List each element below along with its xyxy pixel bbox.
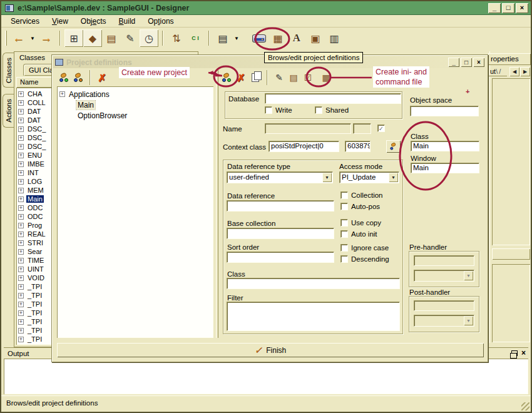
properties-splitter[interactable]: [492, 248, 530, 260]
delete-application-button[interactable]: ✗: [95, 71, 109, 84]
expand-icon[interactable]: [18, 275, 24, 281]
expand-icon[interactable]: [18, 337, 24, 342]
menu-item[interactable]: Services: [5, 16, 45, 27]
class-input[interactable]: [227, 278, 400, 289]
expand-icon[interactable]: [18, 319, 24, 325]
name-column-header[interactable]: Name: [16, 77, 54, 88]
project-tree-item[interactable]: Main: [59, 99, 213, 110]
output-console[interactable]: [4, 359, 528, 394]
project-definitions-button[interactable]: [250, 29, 269, 47]
context-class-id-input[interactable]: 603879: [345, 141, 371, 152]
chevron-down-icon[interactable]: ▼: [389, 173, 398, 182]
expand-icon[interactable]: [18, 223, 24, 228]
expand-icon[interactable]: [18, 188, 24, 193]
expand-icon[interactable]: [18, 258, 24, 263]
monitor-button[interactable]: ◷: [140, 29, 158, 47]
font-button[interactable]: A: [287, 29, 306, 47]
context-class-picker-button[interactable]: [386, 140, 401, 153]
edit-project-button[interactable]: ✎: [272, 71, 286, 84]
expand-icon[interactable]: [18, 179, 24, 185]
new-application-button[interactable]: [57, 71, 71, 84]
expand-icon[interactable]: [18, 126, 24, 132]
class-side-input[interactable]: Main: [411, 141, 479, 151]
descending-checkbox[interactable]: Descending: [340, 255, 389, 263]
data-ref-type-select[interactable]: user-defined ▼: [227, 171, 333, 183]
name-index-input[interactable]: [353, 123, 371, 134]
expand-icon[interactable]: [59, 91, 65, 97]
expand-icon[interactable]: [18, 153, 24, 158]
expand-icon[interactable]: [18, 170, 24, 176]
sync-button[interactable]: ⇅: [167, 29, 186, 47]
close-panel-icon[interactable]: ×: [521, 349, 526, 357]
scroll-right-button[interactable]: ▶: [520, 67, 530, 76]
expand-icon[interactable]: [18, 109, 24, 115]
collection-checkbox[interactable]: Collection: [340, 191, 383, 199]
form-settings-button[interactable]: ▦: [269, 29, 287, 47]
post-handler-select[interactable]: ▼: [414, 315, 474, 327]
auto-init-checkbox[interactable]: Auto init: [340, 230, 377, 238]
project-tree-item[interactable]: OptionBrowser: [59, 110, 213, 121]
database-input[interactable]: [265, 93, 401, 104]
edit-source-button[interactable]: ✎: [121, 29, 140, 47]
tab-actions[interactable]: Actions: [3, 94, 14, 128]
expand-icon[interactable]: [18, 293, 24, 298]
back-dropdown-button[interactable]: ▼: [28, 29, 37, 47]
project-library-button[interactable]: ▤: [287, 71, 300, 84]
float-panel-icon[interactable]: [511, 350, 518, 356]
expand-icon[interactable]: [18, 118, 24, 123]
access-mode-select[interactable]: PI_Update ▼: [339, 171, 399, 183]
context-class-input[interactable]: posiStdProject|0: [269, 141, 339, 152]
chevron-down-icon[interactable]: ▼: [464, 271, 473, 280]
tab-classes[interactable]: Classes: [3, 53, 14, 88]
expand-icon[interactable]: [18, 205, 24, 211]
dialog-maximize-button[interactable]: □: [461, 58, 472, 67]
menu-item[interactable]: Objects: [75, 16, 112, 27]
back-button[interactable]: ←: [9, 29, 28, 47]
write-checkbox[interactable]: Write: [265, 106, 292, 114]
filter-input[interactable]: [227, 302, 400, 331]
chevron-down-icon[interactable]: ▼: [322, 173, 332, 182]
finish-button[interactable]: ✓ Finish: [57, 343, 484, 357]
expand-icon[interactable]: [18, 214, 24, 220]
close-button[interactable]: ×: [516, 3, 528, 13]
menu-item[interactable]: View: [46, 16, 74, 27]
expand-icon[interactable]: [18, 310, 24, 316]
auto-pos-checkbox[interactable]: Auto-pos: [340, 203, 380, 210]
dialog-splitter[interactable]: [216, 70, 218, 338]
data-reference-input[interactable]: [227, 200, 334, 212]
library-button[interactable]: ▤: [102, 29, 121, 47]
post-handler-input[interactable]: [414, 300, 474, 311]
ignore-case-checkbox[interactable]: Ignore case: [340, 244, 389, 252]
shared-checkbox[interactable]: Shared: [315, 106, 349, 114]
forms-dropdown-button[interactable]: ▼: [232, 29, 241, 47]
expand-icon[interactable]: [18, 100, 24, 106]
compile-ini-button[interactable]: C I: [186, 29, 205, 47]
expand-icon[interactable]: [18, 135, 24, 141]
expand-icon[interactable]: [18, 196, 24, 202]
dialog-close-button[interactable]: ×: [473, 58, 484, 67]
copy-project-button[interactable]: [248, 71, 262, 84]
link-application-button[interactable]: [71, 71, 85, 84]
project-tree-item[interactable]: Applications: [59, 89, 213, 99]
expand-icon[interactable]: [18, 144, 24, 150]
window-list-button[interactable]: ▥: [325, 29, 344, 47]
chevron-down-icon[interactable]: ▼: [464, 316, 473, 325]
expand-icon[interactable]: [18, 249, 24, 255]
expand-icon[interactable]: [18, 267, 24, 272]
resize-grip[interactable]: [521, 402, 529, 410]
maximize-button[interactable]: □: [502, 3, 514, 13]
name-input[interactable]: [265, 123, 351, 134]
scroll-left-button[interactable]: ◀: [509, 67, 519, 76]
base-collection-input[interactable]: [227, 228, 334, 239]
expand-icon[interactable]: [18, 91, 24, 97]
toolbar-grip[interactable]: [5, 31, 7, 46]
name-locked-checkbox[interactable]: ✓: [377, 125, 385, 132]
expand-icon[interactable]: [18, 284, 24, 290]
expand-icon[interactable]: [18, 161, 24, 167]
dialog-minimize-button[interactable]: _: [448, 58, 459, 67]
create-ini-command-file-button[interactable]: ▦: [319, 71, 333, 84]
sort-order-input[interactable]: [227, 252, 334, 263]
project-options-button[interactable]: ☑: [301, 71, 315, 84]
expand-icon[interactable]: [18, 240, 24, 246]
expand-icon[interactable]: [18, 328, 24, 334]
